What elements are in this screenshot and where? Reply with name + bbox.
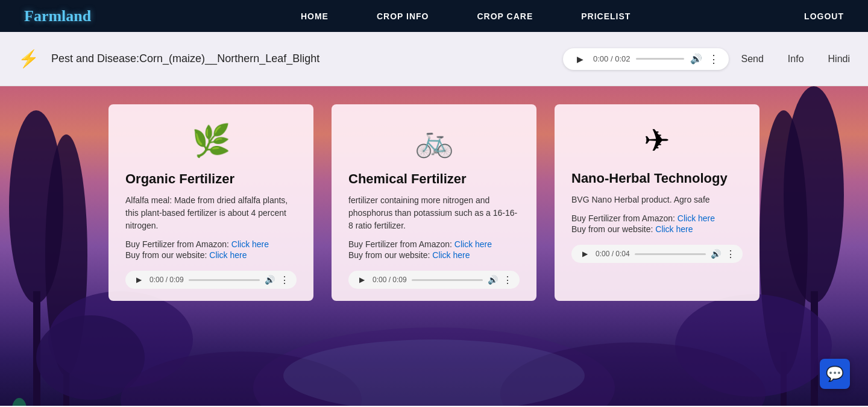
nano-website-label: Buy from our website: Click here: [571, 224, 743, 234]
nano-audio-play[interactable]: ▶: [579, 248, 591, 260]
nano-audio-more[interactable]: ⋮: [726, 248, 735, 260]
chemical-fertilizer-links: Buy Fertilizer from Amazon: Click here B…: [348, 239, 520, 260]
banner-hindi-button[interactable]: Hindi: [828, 54, 850, 65]
nano-amazon-link[interactable]: Click here: [678, 213, 715, 223]
organic-audio-more[interactable]: ⋮: [280, 274, 289, 286]
banner-audio-player: ▶ 0:00 / 0:02 🔊 ⋮: [563, 48, 729, 70]
nav-home[interactable]: HOME: [301, 11, 329, 21]
logout-button[interactable]: LOGOUT: [804, 11, 844, 21]
main-content: 🌿 Organic Fertilizer Alfalfa meal: Made …: [0, 86, 868, 406]
nano-herbal-card: ✈ Nano-Herbal Technology BVG Nano Herbal…: [555, 104, 760, 301]
nano-audio-time: 0:00 / 0:04: [596, 250, 630, 258]
organic-audio-play[interactable]: ▶: [133, 274, 145, 286]
nano-audio-volume[interactable]: 🔊: [711, 249, 721, 259]
banner-audio-bar: [636, 58, 684, 60]
banner-send-button[interactable]: Send: [741, 54, 763, 65]
chemical-audio-volume[interactable]: 🔊: [488, 275, 498, 285]
nano-audio-player: ▶ 0:00 / 0:04 🔊 ⋮: [571, 245, 743, 263]
chemical-website-label: Buy from our website: Click here: [348, 250, 520, 260]
banner-audio-more[interactable]: ⋮: [708, 52, 719, 66]
chemical-fertilizer-icon: 🚲: [348, 122, 520, 159]
nano-website-link[interactable]: Click here: [655, 224, 693, 234]
svg-point-20: [12, 398, 27, 406]
organic-audio-volume[interactable]: 🔊: [265, 275, 275, 285]
banner-actions: Send Info Hindi: [741, 54, 850, 65]
chemical-fertilizer-desc: fertilizer containing more nitrogen and …: [348, 194, 520, 232]
chemical-amazon-link[interactable]: Click here: [454, 239, 492, 249]
nano-audio-bar: [635, 253, 706, 255]
chemical-audio-play[interactable]: ▶: [356, 274, 368, 286]
chat-button[interactable]: 💬: [820, 359, 850, 389]
nano-herbal-links: Buy Fertilizer from Amazon: Click here B…: [571, 213, 743, 234]
nano-amazon-label: Buy Fertilizer from Amazon: Click here: [571, 213, 743, 223]
cards-container: 🌿 Organic Fertilizer Alfalfa meal: Made …: [0, 86, 868, 319]
banner-audio-volume[interactable]: 🔊: [690, 53, 702, 65]
organic-fertilizer-icon: 🌿: [125, 122, 297, 159]
nav-links: HOME CROP INFO CROP CARE PRICELIST: [127, 11, 804, 21]
banner-title: Pest and Disease:Corn_(maize)__Northern_…: [51, 52, 551, 65]
navbar: Farmland HOME CROP INFO CROP CARE PRICEL…: [0, 0, 868, 32]
organic-audio-player: ▶ 0:00 / 0:09 🔊 ⋮: [125, 271, 297, 289]
nano-herbal-icon: ✈: [571, 122, 743, 159]
chemical-amazon-label: Buy Fertilizer from Amazon: Click here: [348, 239, 520, 249]
nav-crop-care[interactable]: CROP CARE: [477, 11, 533, 21]
organic-fertilizer-desc: Alfalfa meal: Made from dried alfalfa pl…: [125, 194, 297, 232]
chemical-fertilizer-card: 🚲 Chemical Fertilizer fertilizer contain…: [332, 104, 536, 301]
organic-audio-time: 0:00 / 0:09: [149, 276, 184, 284]
organic-amazon-label: Buy Fertilizer from Amazon: Click here: [125, 239, 297, 249]
organic-website-label: Buy from our website: Click here: [125, 250, 297, 260]
organic-website-link[interactable]: Click here: [209, 250, 247, 260]
banner-audio-play[interactable]: ▶: [573, 52, 587, 66]
organic-fertilizer-links: Buy Fertilizer from Amazon: Click here B…: [125, 239, 297, 260]
organic-audio-bar: [189, 279, 260, 281]
nano-herbal-desc: BVG Nano Herbal product. Agro safe: [571, 194, 743, 206]
organic-fertilizer-card: 🌿 Organic Fertilizer Alfalfa meal: Made …: [108, 104, 313, 301]
chemical-audio-time: 0:00 / 0:09: [373, 276, 407, 284]
chemical-audio-player: ▶ 0:00 / 0:09 🔊 ⋮: [348, 271, 520, 289]
banner: ⚡ Pest and Disease:Corn_(maize)__Norther…: [0, 32, 868, 86]
nav-crop-info[interactable]: CROP INFO: [377, 11, 429, 21]
lightning-icon: ⚡: [18, 49, 39, 69]
organic-amazon-link[interactable]: Click here: [231, 239, 269, 249]
chemical-audio-more[interactable]: ⋮: [503, 274, 512, 286]
chemical-audio-bar: [412, 279, 483, 281]
brand-logo: Farmland: [24, 7, 91, 25]
organic-fertilizer-title: Organic Fertilizer: [125, 171, 297, 187]
banner-info-button[interactable]: Info: [788, 54, 804, 65]
chemical-website-link[interactable]: Click here: [432, 250, 470, 260]
nav-pricelist[interactable]: PRICELIST: [581, 11, 631, 21]
chat-icon: 💬: [826, 365, 844, 382]
chemical-fertilizer-title: Chemical Fertilizer: [348, 171, 520, 187]
nano-herbal-title: Nano-Herbal Technology: [571, 171, 743, 186]
banner-audio-time: 0:00 / 0:02: [593, 54, 630, 63]
